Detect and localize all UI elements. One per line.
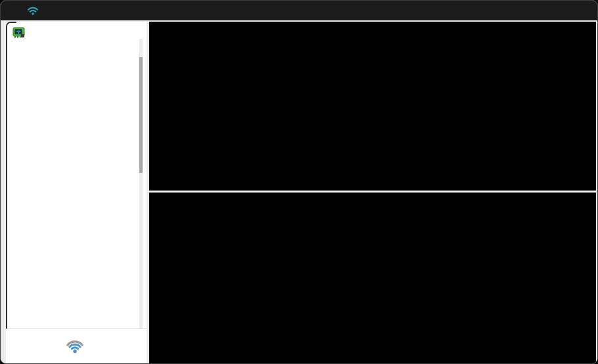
app-window [0, 0, 598, 364]
network-list [6, 41, 141, 329]
close-button[interactable] [567, 1, 597, 20]
window-controls [507, 1, 597, 20]
chart-panel [149, 22, 596, 363]
adapter-row[interactable] [9, 24, 32, 41]
sidebar [6, 22, 147, 363]
minimize-button[interactable] [507, 1, 537, 20]
list-scrollbar-thumb[interactable] [139, 57, 143, 173]
list-scrollbar[interactable] [139, 39, 143, 329]
maximize-button[interactable] [537, 1, 567, 20]
logo-wifi-icon [66, 339, 84, 353]
app-logo [66, 339, 87, 353]
app-wifi-icon [26, 5, 40, 16]
app-footer [6, 329, 147, 363]
spectrum-chart [149, 193, 596, 363]
history-chart [149, 22, 596, 191]
title-bar[interactable] [1, 1, 597, 20]
network-adapter-icon [12, 27, 26, 39]
